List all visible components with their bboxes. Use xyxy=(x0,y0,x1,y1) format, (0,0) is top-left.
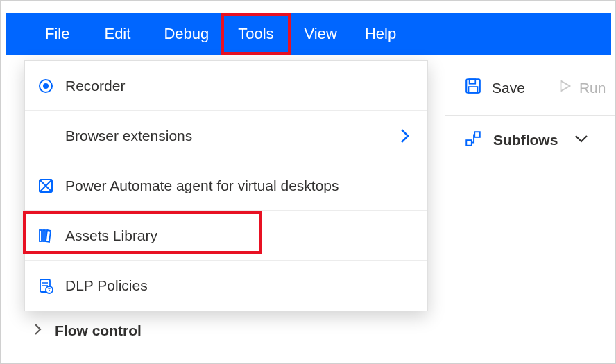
subflows-toggle[interactable]: Subflows xyxy=(445,116,615,164)
run-label: Run xyxy=(579,80,606,96)
svg-rect-4 xyxy=(43,230,45,241)
svg-point-7 xyxy=(49,290,50,291)
menu-item-recorder[interactable]: Recorder xyxy=(25,61,427,111)
toolbar: Save Run xyxy=(445,60,615,116)
menu-item-dlp-policies[interactable]: DLP Policies xyxy=(25,261,427,311)
menu-item-assets-library[interactable]: Assets Library xyxy=(25,211,427,261)
svg-point-1 xyxy=(43,83,49,89)
dlp-icon xyxy=(37,277,65,294)
menu-item-power-automate-agent[interactable]: Power Automate agent for virtual desktop… xyxy=(25,161,427,211)
menu-item-label: Power Automate agent for virtual desktop… xyxy=(65,177,413,194)
subflows-label: Subflows xyxy=(493,132,558,148)
svg-rect-10 xyxy=(469,87,478,93)
save-icon xyxy=(464,77,482,98)
subflows-icon xyxy=(464,130,482,150)
flow-control-label: Flow control xyxy=(55,322,142,339)
menu-tools[interactable]: Tools xyxy=(221,13,290,55)
menu-item-label: Assets Library xyxy=(65,227,413,244)
sidebar-item-flow-control[interactable]: Flow control xyxy=(34,322,142,339)
menu-help[interactable]: Help xyxy=(351,13,410,55)
svg-rect-3 xyxy=(40,230,42,241)
menu-file[interactable]: File xyxy=(31,13,83,55)
recorder-icon xyxy=(37,78,65,94)
right-panel: Save Run Subflows xyxy=(445,60,615,164)
menu-item-label: DLP Policies xyxy=(65,277,413,294)
menu-view[interactable]: View xyxy=(291,13,351,55)
chevron-down-icon xyxy=(574,134,588,146)
menu-item-label: Browser extensions xyxy=(65,128,397,144)
menubar: File Edit Debug Tools View Help xyxy=(6,13,611,55)
chevron-right-icon xyxy=(397,128,413,144)
agent-icon xyxy=(37,177,65,194)
tools-dropdown: Recorder Browser extensions Power Automa… xyxy=(24,60,428,311)
save-button[interactable]: Save xyxy=(464,77,525,98)
svg-rect-11 xyxy=(466,140,472,146)
svg-rect-12 xyxy=(474,132,480,137)
chevron-right-icon xyxy=(34,323,42,338)
save-label: Save xyxy=(492,80,525,96)
library-icon xyxy=(37,227,65,244)
menu-debug[interactable]: Debug xyxy=(151,13,221,55)
menu-item-browser-extensions[interactable]: Browser extensions xyxy=(25,111,427,161)
menu-item-label: Recorder xyxy=(65,78,413,94)
run-button: Run xyxy=(557,78,606,97)
play-icon xyxy=(557,78,572,97)
menu-edit[interactable]: Edit xyxy=(83,13,151,55)
